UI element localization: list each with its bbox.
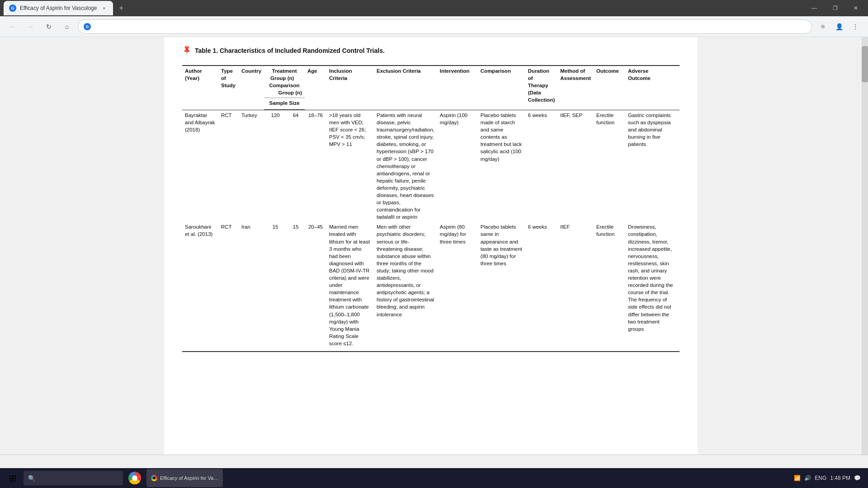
table-row: Saroukhani et al. (2013) RCT Iran 15 15 … xyxy=(182,222,679,348)
table-bottom-rule xyxy=(182,351,679,352)
cell-type-1: RCT xyxy=(218,110,239,222)
cell-inclusion-2: Married men treated with lithium for at … xyxy=(326,222,374,348)
address-favicon: G xyxy=(84,23,91,30)
taskbar-search[interactable]: 🔍 xyxy=(24,471,123,485)
cell-author-2: Saroukhani et al. (2013) xyxy=(182,222,218,348)
scrollbar-track[interactable] xyxy=(862,37,868,455)
cell-treatment-n-1: 120 xyxy=(264,110,287,222)
taskbar-tab-label: Efficacy of Aspirin for Va… xyxy=(160,475,218,481)
cell-duration-2: 6 weeks xyxy=(525,222,557,348)
col-header-method: Method ofAssessment xyxy=(557,66,594,110)
cell-comparison-n-1: 64 xyxy=(287,110,305,222)
tab-title: Efficacy of Aspirin for Vasculoge xyxy=(20,5,97,11)
tab-close-button[interactable]: × xyxy=(100,5,108,12)
cell-outcome-1: Erectile function xyxy=(594,110,625,222)
clock: 1:48 PM xyxy=(830,475,850,481)
new-tab-button[interactable]: + xyxy=(115,2,127,14)
col-header-inclusion: InclusionCriteria xyxy=(326,66,374,110)
notification-icon[interactable]: 💬 xyxy=(854,475,861,481)
col-header-sample-size: Sample Size xyxy=(264,98,305,110)
address-input[interactable] xyxy=(94,23,806,30)
cell-comparison-2: Placebo tablets same in appearance and t… xyxy=(478,222,525,348)
col-header-exclusion: Exclusion Criteria xyxy=(374,66,437,110)
taskbar-system-tray: 📶 🔊 ENG 1:48 PM 💬 xyxy=(794,475,864,481)
cell-country-2: Iran xyxy=(239,222,264,348)
cell-duration-1: 6 weeks xyxy=(525,110,557,222)
cell-exclusion-1: Patients with neural disease, pelvic tra… xyxy=(374,110,437,222)
cell-type-2: RCT xyxy=(218,222,239,348)
cell-inclusion-1: >18 years old men with VED; IIEF score <… xyxy=(326,110,374,222)
volume-icon: 🔊 xyxy=(804,475,811,481)
browser-frame: G Efficacy of Aspirin for Vasculoge × + … xyxy=(0,0,868,488)
cell-comparison-n-2: 15 xyxy=(287,222,305,348)
window-controls: — ❐ ✕ xyxy=(804,0,868,16)
col-header-comparison: Comparison xyxy=(478,66,525,110)
cell-age-1: 18–76 xyxy=(305,110,326,222)
address-bar[interactable]: G xyxy=(78,19,812,34)
col-header-author: Author(Year) xyxy=(182,66,218,110)
col-header-adverse: AdverseOutcome xyxy=(625,66,679,110)
cell-method-2: IIEF xyxy=(557,222,594,348)
cell-treatment-n-2: 15 xyxy=(264,222,287,348)
menu-icon[interactable]: ⋮ xyxy=(848,19,863,34)
close-button[interactable]: ✕ xyxy=(845,0,866,16)
language-indicator: ENG xyxy=(815,475,826,481)
navigation-toolbar: ← → ↻ ⌂ G ⚛ 👤 ⋮ xyxy=(0,16,868,37)
cell-exclusion-2: Men with other psychiatric disorders; se… xyxy=(374,222,437,348)
col-header-country: Country xyxy=(239,66,264,110)
col-header-duration: Duration ofTherapy (DataCollection) xyxy=(525,66,557,110)
page-wrapper: 📌 Table 1. Characteristics of Included R… xyxy=(0,37,868,455)
page-content: 📌 Table 1. Characteristics of Included R… xyxy=(0,37,862,455)
cell-age-2: 20–45 xyxy=(305,222,326,348)
col-header-sample-size-group: TreatmentGroup (n) ComparisonGroup (n) xyxy=(264,66,305,98)
col-header-age: Age xyxy=(305,66,326,110)
table-title: Table 1. Characteristics of Included Ran… xyxy=(195,47,385,54)
col-header-outcome: Outcome xyxy=(594,66,625,110)
maximize-button[interactable]: ❐ xyxy=(825,0,845,16)
taskbar-chrome-app[interactable] xyxy=(125,468,145,488)
cell-outcome-2: Erectile function xyxy=(594,222,625,348)
active-tab[interactable]: G Efficacy of Aspirin for Vasculoge × xyxy=(4,1,113,15)
table-header-row: 📌 Table 1. Characteristics of Included R… xyxy=(182,46,679,61)
characteristics-table: Author(Year) TypeofStudy Country Treatme… xyxy=(182,65,679,348)
tab-favicon: G xyxy=(9,5,16,12)
table-row: Bayraktar and Albayrak (2018) RCT Turkey… xyxy=(182,110,679,222)
pin-icon: 📌 xyxy=(180,44,193,57)
scrollbar-thumb[interactable] xyxy=(862,46,868,82)
home-button[interactable]: ⌂ xyxy=(60,19,74,34)
search-icon: 🔍 xyxy=(28,475,35,482)
cell-intervention-2: Aspirin (80 mg/day) for three times xyxy=(437,222,478,348)
minimize-button[interactable]: — xyxy=(804,0,825,16)
cell-country-1: Turkey xyxy=(239,110,264,222)
toolbar-right: ⚛ 👤 ⋮ xyxy=(816,19,863,34)
start-button[interactable]: ⊞ xyxy=(4,469,22,487)
cell-adverse-1: Gastric complaints such as dyspepsia and… xyxy=(625,110,679,222)
cell-comparison-1: Placebo tablets made of starch and same … xyxy=(478,110,525,222)
taskbar-active-chrome[interactable]: Efficacy of Aspirin for Va… xyxy=(146,469,223,487)
cell-author-1: Bayraktar and Albayrak (2018) xyxy=(182,110,218,222)
profile-icon[interactable]: 👤 xyxy=(832,19,846,34)
network-icon: 📶 xyxy=(794,475,801,481)
cell-intervention-1: Aspirin (100 mg/day) xyxy=(437,110,478,222)
cell-adverse-2: Drowsiness, constipation, dizziness, tre… xyxy=(625,222,679,348)
cell-method-1: IIEF, SEP xyxy=(557,110,594,222)
forward-button[interactable]: → xyxy=(24,19,38,34)
col-header-intervention: Intervention xyxy=(437,66,478,110)
extensions-icon[interactable]: ⚛ xyxy=(816,19,830,34)
taskbar: ⊞ 🔍 Efficacy of Aspirin for Va… 📶 🔊 ENG … xyxy=(0,468,868,488)
col-header-type: TypeofStudy xyxy=(218,66,239,110)
header-row-1: Author(Year) TypeofStudy Country Treatme… xyxy=(182,66,679,98)
page-inner: 📌 Table 1. Characteristics of Included R… xyxy=(164,37,698,455)
status-bar xyxy=(0,455,868,468)
back-button[interactable]: ← xyxy=(5,19,20,34)
title-bar: G Efficacy of Aspirin for Vasculoge × + … xyxy=(0,0,868,16)
reload-button[interactable]: ↻ xyxy=(42,19,56,34)
